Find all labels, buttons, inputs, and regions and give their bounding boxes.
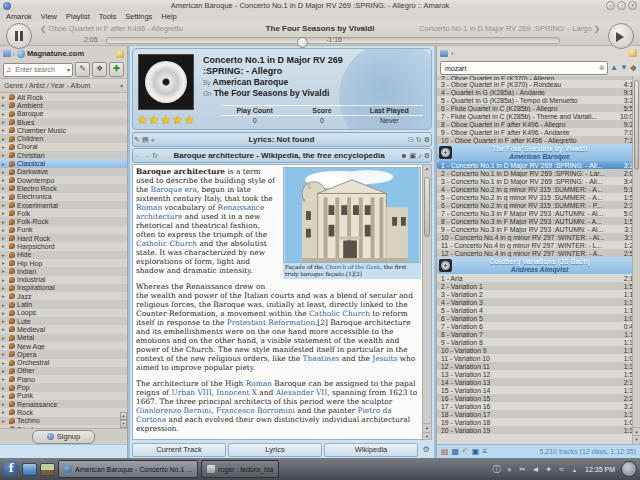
expander-icon[interactable]: ▸ [2, 409, 7, 415]
expander-icon[interactable]: ▸ [2, 418, 7, 424]
wikipedia-applet-header[interactable]: ← → ↻ Baroque architecture - Wikipedia, … [132, 148, 432, 163]
sidebar-item-ambient[interactable]: ▸Ambient [0, 101, 127, 109]
expander-icon[interactable]: ▸ [2, 194, 7, 200]
tab-lyrics[interactable]: Lyrics [228, 443, 322, 457]
expander-icon[interactable]: ▸ [2, 185, 7, 191]
expander-icon[interactable]: ▸ [2, 177, 7, 183]
desktop-pager-icon[interactable] [22, 463, 37, 476]
playlist-track-row[interactable]: 12 - Variation 111:37 [437, 362, 640, 370]
network-tray-icon[interactable]: ≈ [557, 465, 566, 474]
collapse-icon[interactable]: ⊟ [408, 136, 414, 144]
playlist-track-row[interactable]: 6 - Concerto No.2 in g minor RV 315 :SUM… [437, 201, 640, 209]
sidebar-item-harpsichord[interactable]: ▸Harpsichord [0, 242, 127, 250]
expander-icon[interactable]: ▸ [2, 161, 7, 167]
expander-icon[interactable]: ▸ [2, 152, 7, 158]
sidebar-item-experimental[interactable]: ▸Experimental [0, 201, 127, 209]
wiki-link[interactable]: Alexander VII [276, 388, 328, 397]
sidebar-item-metal[interactable]: ▸Metal [0, 334, 127, 342]
scroll-up-arrow[interactable]: ▲ [423, 423, 431, 432]
refresh-icon[interactable]: ↻ [416, 136, 422, 144]
edit-filter-button[interactable]: ✎ [75, 62, 90, 77]
wiki-link[interactable]: Francesco Borromini [216, 406, 295, 415]
search-options-icon[interactable]: ❖ [630, 64, 637, 73]
scroll-up-arrow[interactable]: ▲ [120, 412, 127, 420]
sidebar-item-electronica[interactable]: ▸Electronica [0, 193, 127, 201]
playlist-track-row[interactable]: 11 - Concerto No.4 in g minor RV 297 :WI… [437, 241, 640, 249]
wiki-album-icon[interactable]: ▣ [410, 152, 417, 160]
sidebar-item-loops[interactable]: ▸Loops [0, 309, 127, 317]
sidebar-item-indian[interactable]: ▸Indian [0, 267, 127, 275]
clear-playlist-icon[interactable]: ▤ [441, 447, 449, 457]
playlist-track-row[interactable]: 20 - Variation 191:38 [437, 426, 640, 434]
minimize-button[interactable]: – [606, 1, 615, 10]
sort-mode-header[interactable]: Genre / Artist / Year - Album ▾ [0, 78, 127, 93]
wiki-link[interactable]: Urban VIII [171, 388, 211, 397]
fedora-menu-button[interactable]: f [3, 461, 19, 477]
volume-button[interactable] [608, 23, 634, 49]
sidebar-item-techno[interactable]: ▸Techno [0, 417, 127, 425]
playlist-track-row[interactable]: 5 - Variation 41:15 [437, 306, 640, 314]
expander-icon[interactable]: ▸ [2, 293, 7, 299]
album-cover[interactable] [138, 54, 194, 110]
save-lyrics-icon[interactable]: ▤ [142, 136, 149, 144]
wiki-link[interactable]: Church of the Gesù [325, 264, 380, 270]
expander-icon[interactable]: ▸ [2, 268, 7, 274]
wiki-track-icon[interactable]: ♪ [418, 152, 422, 159]
playlist-track-row[interactable]: 16 - Variation 152:27 [437, 394, 640, 402]
menu-help[interactable]: Help [161, 12, 176, 21]
playlist-track-row[interactable]: 2 - Variation 11:55 [437, 282, 640, 290]
expander-icon[interactable]: ▸ [2, 144, 7, 150]
search-down-icon[interactable]: ▼ [620, 63, 628, 73]
playlist-track-row[interactable]: 3 - Oboe Quartet in F (K370) - Rondeau4:… [437, 80, 640, 88]
clear-search-icon[interactable]: ⊗ [599, 64, 605, 72]
tab-current-track[interactable]: Current Track [132, 443, 226, 457]
playlist-row-partial[interactable]: 2 - Oboe Quartet in F (K370) - Allegro [437, 76, 640, 80]
menu-settings[interactable]: Settings [125, 12, 152, 21]
wiki-link[interactable]: Roman [136, 203, 162, 212]
scroll-thumb[interactable] [424, 177, 430, 237]
sidebar-search-combo[interactable]: ♫ ▾ [3, 63, 73, 77]
folder-preview-icon[interactable] [40, 463, 55, 476]
back-icon[interactable]: ← [134, 152, 141, 159]
playlist-track-row[interactable]: 17 - Variation 163:23 [437, 402, 640, 410]
menu-tools[interactable]: Tools [99, 12, 117, 21]
expander-icon[interactable]: ▸ [2, 243, 7, 249]
expander-icon[interactable]: ▸ [2, 368, 7, 374]
breadcrumb-magnatune[interactable]: Magnatune.com [27, 49, 114, 58]
playlist-track-row[interactable]: 14 - Variation 132:39 [437, 378, 640, 386]
menu-view[interactable]: View [41, 12, 57, 21]
sidebar-item-children[interactable]: ▸Children [0, 134, 127, 142]
sidebar-item-folk-rock[interactable]: ▸Folk-Rock [0, 217, 127, 225]
playlist-track-row[interactable]: 8 - Variation 71:11 [437, 330, 640, 338]
expander-icon[interactable]: ▸ [2, 202, 7, 208]
lyrics-applet-header[interactable]: ✎ ▤ ● Lyrics: Not found ⊟ ↻ ⚙ [132, 132, 432, 147]
playlist-track-row[interactable]: 4 - Quartet in G (K285a) - Andante9:10 [437, 88, 640, 96]
expander-icon[interactable]: ▸ [2, 277, 7, 283]
info-tray-icon[interactable]: ⓘ [492, 464, 501, 475]
sidebar-item-hip-hop[interactable]: ▸Hip Hop [0, 259, 127, 267]
expander-icon[interactable]: ▸ [2, 136, 7, 142]
playlist-track-row[interactable]: 4 - Concerto No.2 in g minor RV 315 :SUM… [437, 185, 640, 193]
wiki-link[interactable]: Gianlorenzo Bernini [136, 406, 211, 415]
article-scrollbar[interactable]: ▲ ▲▼ [422, 165, 431, 439]
playlist-track-row[interactable]: 7 - Concerto No.3 in F Major RV 293 :AUT… [437, 209, 640, 217]
sidebar-item-baroque[interactable]: ▸Baroque [0, 110, 127, 118]
album-group-header[interactable]: The Four Seasons by VivaldiAmerican Baro… [437, 144, 640, 161]
playlist-track-row[interactable]: 3 - Variation 21:17 [437, 290, 640, 298]
playlist-track-row[interactable]: 7 - Flute Quartet in C (K285b) - Theme a… [437, 112, 640, 120]
wiki-link[interactable]: Protestant Reformation [227, 318, 315, 327]
scroll-down-arrow[interactable]: ▼ [423, 432, 431, 440]
previous-track-label[interactable]: ❮ Oboe Quartet in F after K496 - Allegre… [40, 24, 260, 33]
expander-icon[interactable]: ▸ [2, 318, 7, 324]
sidebar-item-blues[interactable]: ▸Blues [0, 118, 127, 126]
expander-icon[interactable]: ▸ [2, 252, 7, 258]
expander-icon[interactable]: ▸ [2, 343, 7, 349]
expander-icon[interactable]: ▸ [2, 351, 7, 357]
expander-icon[interactable]: ▸ [2, 335, 7, 341]
wiki-link[interactable]: Catholic Church [309, 309, 370, 318]
sidebar-item-downtempo[interactable]: ▸Downtempo [0, 176, 127, 184]
expander-icon[interactable]: ▸ [2, 310, 7, 316]
wiki-link[interactable]: Theatines [303, 354, 340, 363]
expander-icon[interactable]: ▸ [2, 426, 7, 428]
wiki-link[interactable]: Jesuits [372, 354, 397, 363]
